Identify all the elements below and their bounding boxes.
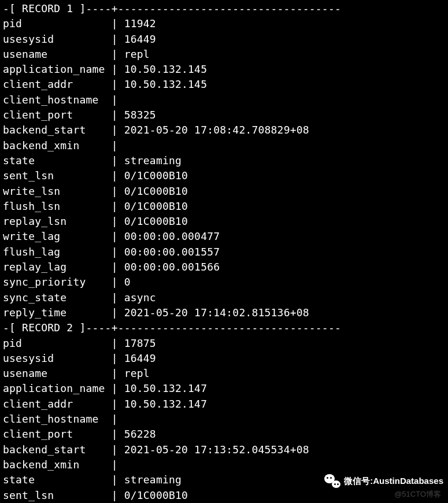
row-key: pid [3,337,112,349]
row-key: pid [3,17,112,29]
table-row: pid | 11942 [3,16,445,31]
table-row: usename | repl [3,366,445,381]
table-row: replay_lsn | 0/1C000B10 [3,214,445,229]
row-key: sent_lsn [3,169,112,182]
table-row: client_hostname | [3,412,445,427]
row-key: client_addr [3,78,112,90]
row-key: usesysid [3,352,112,364]
table-row: reply_time | 2021-05-20 17:14:02.815136+… [3,305,445,320]
table-row: backend_start | 2021-05-20 17:13:52.0455… [3,442,445,457]
record-header: -[ RECORD 2 ]----+----------------------… [3,320,445,335]
row-value: 16449 [124,33,156,45]
table-row: client_addr | 10.50.132.145 [3,77,445,92]
row-key: reply_time [3,306,112,319]
row-key: replay_lag [3,261,112,273]
row-value: 0/1C000B10 [124,185,188,197]
table-row: backend_xmin | [3,457,445,472]
table-row: write_lsn | 0/1C000B10 [3,184,445,199]
table-row: client_port | 56228 [3,427,445,442]
row-value: streaming [124,474,182,486]
wechat-badge: 微信号:AustinDatabases [324,474,443,488]
record-header: -[ RECORD 1 ]----+----------------------… [3,1,445,16]
row-value: 0/1C000B10 [124,489,188,501]
table-row: sent_lsn | 0/1C000B10 [3,168,445,183]
row-key: client_port [3,109,112,121]
table-row: write_lag | 00:00:00.000477 [3,229,445,244]
table-row: pid | 17875 [3,336,445,351]
row-value: 17875 [124,337,156,349]
row-key: application_name [3,63,112,75]
table-row: client_port | 58325 [3,108,445,123]
wechat-icon [324,474,340,488]
row-value: 2021-05-20 17:13:52.045534+08 [124,443,309,456]
row-key: flush_lag [3,246,112,258]
table-row: replay_lag | 00:00:00.001566 [3,260,445,275]
row-key: client_addr [3,398,112,410]
row-value: 11942 [124,17,156,29]
row-value: 10.50.132.145 [124,63,207,75]
table-row: usename | repl [3,47,445,62]
row-key: client_hostname [3,94,112,106]
row-value: 0/1C000B10 [124,215,188,227]
row-key: backend_xmin [3,139,112,151]
row-key: client_hostname [3,413,112,425]
row-value: streaming [124,154,182,167]
row-key: sent_lsn [3,489,112,501]
row-key: sync_priority [3,276,112,288]
table-row: backend_xmin | [3,138,445,153]
row-key: backend_xmin [3,458,112,471]
table-row: sync_state | async [3,290,445,305]
row-key: usesysid [3,33,112,45]
table-row: flush_lag | 00:00:00.001557 [3,245,445,260]
row-value: 10.50.132.147 [124,382,207,394]
row-key: backend_start [3,124,112,136]
row-value: 00:00:00.001557 [124,246,220,258]
table-row: state | streaming [3,153,445,168]
table-row: client_hostname | [3,93,445,108]
watermark-text: @51CTO博客 [394,489,441,500]
row-key: sync_state [3,291,112,304]
row-value: 2021-05-20 17:08:42.708829+08 [124,124,309,136]
table-row: usesysid | 16449 [3,351,445,366]
row-key: write_lsn [3,185,112,197]
row-value: 00:00:00.001566 [124,261,220,273]
row-value: repl [124,367,150,379]
row-key: state [3,154,112,167]
row-value: async [124,291,156,304]
terminal-output: -[ RECORD 1 ]----+----------------------… [0,0,448,503]
row-value: 0/1C000B10 [124,200,188,212]
row-value: 10.50.132.145 [124,78,207,90]
row-value: repl [124,48,150,60]
footer-overlay: 微信号:AustinDatabases @51CTO博客 [324,474,443,500]
row-key: flush_lsn [3,200,112,212]
row-key: client_port [3,428,112,440]
row-key: write_lag [3,230,112,242]
row-key: usename [3,367,112,379]
row-key: usename [3,48,112,60]
row-value: 16449 [124,352,156,364]
wechat-label: 微信号:AustinDatabases [344,476,443,487]
row-key: application_name [3,382,112,394]
table-row: flush_lsn | 0/1C000B10 [3,199,445,214]
row-key: replay_lsn [3,215,112,227]
row-value: 0/1C000B10 [124,169,188,182]
table-row: application_name | 10.50.132.145 [3,62,445,77]
table-row: client_addr | 10.50.132.147 [3,397,445,412]
row-value: 2021-05-20 17:14:02.815136+08 [124,306,309,319]
row-value: 0 [124,276,131,288]
table-row: application_name | 10.50.132.147 [3,381,445,396]
row-key: backend_start [3,443,112,456]
table-row: sync_priority | 0 [3,275,445,290]
row-value: 10.50.132.147 [124,398,207,410]
table-row: usesysid | 16449 [3,32,445,47]
row-value: 00:00:00.000477 [124,230,220,242]
row-key: state [3,474,112,486]
row-value: 56228 [124,428,156,440]
table-row: backend_start | 2021-05-20 17:08:42.7088… [3,123,445,138]
row-value: 58325 [124,109,156,121]
